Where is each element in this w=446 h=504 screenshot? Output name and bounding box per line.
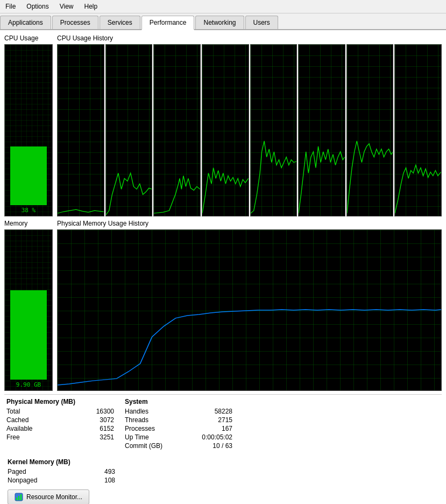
svg-rect-2 bbox=[18, 496, 19, 500]
stat-paged-value: 493 bbox=[83, 468, 115, 475]
stat-uptime-value: 0:00:05:02 bbox=[200, 433, 232, 441]
svg-rect-1 bbox=[16, 498, 17, 500]
stat-paged-label: Paged bbox=[8, 468, 26, 475]
cpu-history-section: CPU Usage History bbox=[57, 34, 442, 216]
cpu-graph-8 bbox=[394, 44, 442, 216]
memory-label: Memory bbox=[4, 220, 53, 227]
stat-processes-value: 167 bbox=[200, 425, 232, 432]
stat-free: Free 3251 bbox=[6, 433, 114, 441]
main-content: CPU Usage 38 % CPU Usage History bbox=[0, 30, 446, 504]
memory-section: Memory 9.90 GB Physical Memory Usage His… bbox=[4, 220, 442, 391]
menu-help[interactable]: Help bbox=[82, 2, 100, 11]
cpu-bar bbox=[10, 146, 47, 205]
stat-commit-value: 10 / 63 bbox=[200, 442, 232, 450]
physical-memory-history-section: Physical Memory Usage History bbox=[57, 220, 442, 391]
system-title: System bbox=[125, 398, 232, 405]
tab-processes[interactable]: Processes bbox=[52, 16, 98, 29]
menu-bar: File Options View Help bbox=[0, 0, 446, 13]
menu-file[interactable]: File bbox=[3, 2, 18, 11]
cpu-graph-4 bbox=[202, 44, 249, 216]
cpu-graph-5 bbox=[250, 44, 298, 216]
kernel-memory-title: Kernel Memory (MB) bbox=[8, 458, 115, 466]
stat-nonpaged-label: Nonpaged bbox=[8, 477, 37, 484]
stat-threads-value: 2715 bbox=[200, 416, 232, 424]
stat-uptime: Up Time 0:00:05:02 bbox=[125, 433, 232, 441]
stat-cached: Cached 3072 bbox=[6, 416, 114, 424]
cpu-graph-7 bbox=[346, 44, 394, 216]
memory-bar-container bbox=[10, 235, 47, 380]
menu-view[interactable]: View bbox=[58, 2, 76, 11]
cpu-history-graphs bbox=[57, 44, 442, 216]
stat-available-label: Available bbox=[6, 425, 32, 432]
stat-commit-label: Commit (GB) bbox=[125, 442, 162, 450]
tab-performance[interactable]: Performance bbox=[141, 16, 195, 30]
stat-free-label: Free bbox=[6, 433, 20, 441]
stats-row: Physical Memory (MB) Total 16300 Cached … bbox=[4, 394, 442, 453]
resource-monitor-button[interactable]: Resource Monitor... bbox=[8, 489, 89, 504]
stat-cached-value: 3072 bbox=[82, 416, 114, 424]
cpu-usage-label: CPU Usage bbox=[4, 34, 53, 42]
tab-applications[interactable]: Applications bbox=[0, 16, 51, 29]
physical-memory-stats: Physical Memory (MB) Total 16300 Cached … bbox=[6, 398, 114, 450]
kernel-memory-stats: Kernel Memory (MB) Paged 493 Nonpaged 10… bbox=[8, 458, 115, 504]
cpu-graph-2 bbox=[105, 44, 153, 216]
memory-meter: 9.90 GB bbox=[4, 229, 53, 391]
stat-handles-label: Handles bbox=[125, 408, 148, 415]
cpu-usage-section: CPU Usage 38 % bbox=[4, 34, 53, 216]
memory-meter-section: Memory 9.90 GB bbox=[4, 220, 53, 391]
cpu-graph-1 bbox=[57, 44, 104, 216]
tab-bar: Applications Processes Services Performa… bbox=[0, 13, 446, 30]
stat-total: Total 16300 bbox=[6, 408, 114, 415]
stat-threads: Threads 2715 bbox=[125, 416, 232, 424]
stat-cached-label: Cached bbox=[6, 416, 29, 424]
cpu-percent-label: 38 % bbox=[5, 207, 52, 214]
tab-services[interactable]: Services bbox=[100, 16, 140, 29]
stat-paged: Paged 493 bbox=[8, 468, 115, 475]
stat-processes-label: Processes bbox=[125, 425, 155, 432]
cpu-bar-container bbox=[10, 50, 47, 205]
menu-options[interactable]: Options bbox=[24, 2, 51, 11]
memory-bar bbox=[10, 290, 47, 380]
tab-users[interactable]: Users bbox=[245, 16, 278, 29]
system-stats: System Handles 58228 Threads 2715 Proces… bbox=[125, 398, 232, 450]
stat-nonpaged: Nonpaged 108 bbox=[8, 477, 115, 484]
resource-monitor-icon bbox=[15, 493, 23, 501]
cpu-graph-3 bbox=[153, 44, 201, 216]
stat-total-label: Total bbox=[6, 408, 20, 415]
cpu-history-label: CPU Usage History bbox=[57, 34, 442, 42]
memory-value-label: 9.90 GB bbox=[5, 381, 52, 388]
stat-nonpaged-value: 108 bbox=[83, 477, 115, 484]
tab-networking[interactable]: Networking bbox=[195, 16, 244, 29]
top-row: CPU Usage 38 % CPU Usage History bbox=[4, 34, 442, 216]
stat-total-value: 16300 bbox=[82, 408, 114, 415]
stat-available-value: 6152 bbox=[82, 425, 114, 432]
cpu-graph-6 bbox=[298, 44, 345, 216]
resource-monitor-label: Resource Monitor... bbox=[26, 493, 82, 501]
bottom-row: Kernel Memory (MB) Paged 493 Nonpaged 10… bbox=[4, 456, 442, 504]
svg-rect-3 bbox=[20, 494, 22, 500]
stat-threads-label: Threads bbox=[125, 416, 148, 424]
stat-handles: Handles 58228 bbox=[125, 408, 232, 415]
stat-uptime-label: Up Time bbox=[125, 433, 149, 441]
stat-commit: Commit (GB) 10 / 63 bbox=[125, 442, 232, 450]
physical-memory-title: Physical Memory (MB) bbox=[6, 398, 114, 405]
stat-free-value: 3251 bbox=[82, 433, 114, 441]
cpu-meter: 38 % bbox=[4, 44, 53, 216]
stat-available: Available 6152 bbox=[6, 425, 114, 432]
stat-handles-value: 58228 bbox=[200, 408, 232, 415]
physical-memory-history-label: Physical Memory Usage History bbox=[57, 220, 442, 227]
physical-memory-history-graph bbox=[57, 229, 442, 391]
stat-processes: Processes 167 bbox=[125, 425, 232, 432]
